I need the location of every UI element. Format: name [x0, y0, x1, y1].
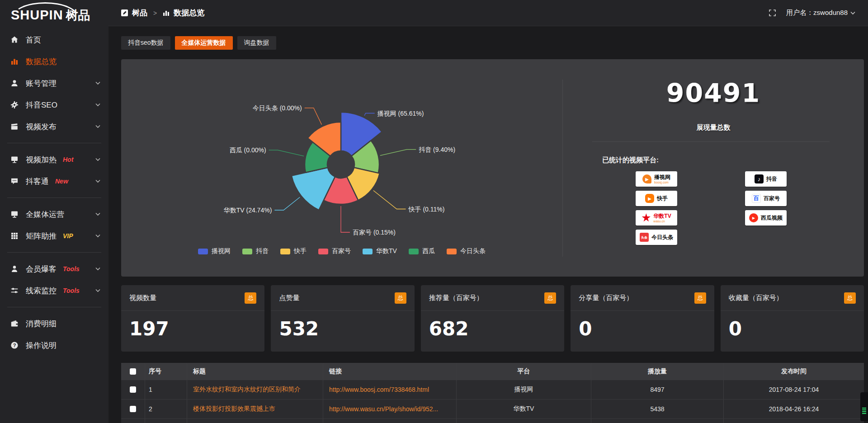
pie-label-2: 快手 (0.11%): [408, 206, 445, 213]
sidebar-item-overview[interactable]: 数据总览: [0, 51, 108, 72]
screen-icon: [10, 155, 19, 164]
sidebar-item-douketong[interactable]: 抖客通New: [0, 170, 108, 192]
legend-swatch: [447, 249, 457, 254]
cell-views: 5438: [591, 400, 724, 418]
legend-item[interactable]: 西瓜: [409, 247, 435, 255]
row-checkbox[interactable]: [121, 380, 145, 399]
sidebar-item-label: 全媒体运营: [26, 209, 64, 220]
table-header-cell: [121, 363, 145, 380]
legend-swatch: [318, 249, 328, 254]
pie-label-line-4: [274, 197, 300, 210]
chevron-down-icon: [850, 11, 855, 15]
widget-bar: [862, 413, 866, 414]
sidebar-item-home[interactable]: 首页: [0, 29, 108, 51]
sidebar-item-media-ops[interactable]: 全媒体运营: [0, 203, 108, 225]
breadcrumb-current: 数据总览: [174, 8, 204, 18]
empty-cell: [121, 419, 145, 423]
user-menu[interactable]: 用户名：zswodun88: [786, 9, 855, 17]
sidebar-item-douyin-seo[interactable]: 抖音SEO: [0, 94, 108, 116]
legend-item[interactable]: 华数TV: [363, 247, 397, 255]
bar-chart-icon: [163, 9, 170, 16]
platform-text: 抖音: [766, 176, 777, 182]
fullscreen-icon[interactable]: [769, 9, 776, 17]
table-header-cell: 播放量: [591, 363, 724, 380]
pie-label-3: 百家号 (0.15%): [353, 229, 396, 236]
legend-label: 今日头条: [460, 247, 486, 255]
chevron-down-icon: [95, 234, 100, 238]
topbar: 树品 > 数据总览 用户名：zswodun88: [108, 0, 868, 26]
legend-label: 快手: [294, 247, 307, 255]
chart-legend: 播视网抖音快手百家号华数TV西瓜今日头条: [121, 247, 562, 255]
cell-title-link[interactable]: 楼体投影灯投影效果震撼上市: [187, 400, 323, 418]
tab-douyin-seo-data[interactable]: 抖音seo数据: [121, 36, 170, 50]
question-icon: ?: [10, 341, 19, 350]
total-impressions-label: 展现量总数: [563, 123, 864, 132]
sidebar-item-label: 视频加热: [26, 155, 57, 165]
table-header-cell: 发布时间: [724, 363, 864, 380]
platform-name: 快手: [657, 196, 668, 201]
cell-views: 8497: [591, 380, 724, 399]
platform-text: 播视网boosj.com: [654, 174, 670, 184]
summary-section: 90491 展现量总数 已统计的视频平台: ▶播视网boosj.com▶快手华数…: [563, 59, 864, 277]
select-all-checkbox[interactable]: [130, 368, 136, 375]
legend-item[interactable]: 快手: [280, 247, 307, 255]
sidebar-item-member[interactable]: 会员爆客Tools: [0, 258, 108, 280]
cell-title-link[interactable]: 室外水纹灯和室内水纹灯的区别和简介: [187, 380, 323, 399]
row-checkbox[interactable]: [130, 386, 136, 393]
platform-name: 百家号: [764, 196, 780, 201]
main-content: 抖音seo数据全媒体运营数据询盘数据 播视网 (65.61%)抖音 (9.40%…: [108, 26, 868, 423]
sidebar-item-matrix-boost[interactable]: 矩阵助推VIP: [0, 225, 108, 247]
row-checkbox[interactable]: [121, 400, 145, 418]
sidebar-item-video-publish[interactable]: 视频发布: [0, 116, 108, 137]
floating-service-widget[interactable]: [860, 392, 868, 421]
table-row-partial: [121, 419, 864, 423]
home-icon: [10, 35, 19, 44]
pie-label-line-2: [373, 190, 406, 209]
monitor-icon: [10, 210, 19, 219]
news-icon: [121, 9, 128, 16]
stat-card-label: 收藏量（百家号）: [729, 294, 783, 302]
pie-label-line-1: [380, 150, 416, 156]
legend-item[interactable]: 百家号: [318, 247, 351, 255]
stat-card-value: 0: [721, 311, 864, 340]
stat-card-header: 视频数量总: [121, 285, 264, 311]
gear-icon: [10, 100, 19, 109]
wallet-icon: [10, 319, 19, 328]
platform-badge-toutiao: 头条今日头条: [636, 230, 677, 245]
chevron-down-icon: [95, 212, 100, 216]
chart-icon: [10, 57, 19, 66]
stat-card-4: 收藏量（百家号）总0: [721, 285, 864, 352]
stat-card-value: 0: [571, 311, 714, 340]
table-header-row: 序号标题链接平台播放量发布时间: [121, 363, 864, 380]
sidebar-item-clue-monitor[interactable]: 线索监控Tools: [0, 280, 108, 301]
pie-label-line-3: [341, 206, 350, 232]
breadcrumb-root[interactable]: 树品: [132, 8, 147, 18]
chevron-down-icon: [95, 289, 100, 292]
legend-swatch: [242, 249, 252, 254]
cell-publish-time: 2017-08-24 17:04: [724, 380, 864, 399]
legend-item[interactable]: 播视网: [198, 247, 231, 255]
sidebar-item-label: 矩阵助推: [26, 231, 57, 241]
kuaishou-logo-icon: ▶: [645, 194, 654, 203]
empty-cell: [457, 419, 591, 423]
legend-item[interactable]: 抖音: [242, 247, 269, 255]
cell-url-link[interactable]: http://www.boosj.com/7338468.html: [323, 380, 457, 399]
sidebar-item-video-heat[interactable]: 视频加热Hot: [0, 149, 108, 170]
cell-platform: 播视网: [457, 380, 591, 399]
sidebar-item-consume[interactable]: 消费明细: [0, 313, 108, 334]
tab-inquiry-data[interactable]: 询盘数据: [237, 36, 276, 50]
sidebar-item-badge: Tools: [63, 265, 80, 273]
row-checkbox[interactable]: [130, 406, 136, 412]
platform-name: 西瓜视频: [761, 215, 783, 221]
cell-publish-time: 2018-04-26 16:24: [724, 400, 864, 418]
sidebar-item-label: 消费明细: [26, 319, 57, 329]
legend-item[interactable]: 今日头条: [447, 247, 486, 255]
sidebar-item-account[interactable]: 账号管理: [0, 72, 108, 94]
legend-label: 西瓜: [422, 247, 435, 255]
cell-url-link[interactable]: http://www.wasu.cn/Play/show/id/952...: [323, 400, 457, 418]
platform-badges-right: ♪抖音百百家号▶西瓜视频: [745, 171, 787, 226]
sidebar-item-help[interactable]: ?操作说明: [0, 334, 108, 356]
pie-slice-4[interactable]: [292, 168, 335, 210]
overview-panel: 播视网 (65.61%)抖音 (9.40%)快手 (0.11%)百家号 (0.1…: [121, 59, 864, 277]
tab-media-ops-data[interactable]: 全媒体运营数据: [175, 36, 233, 50]
